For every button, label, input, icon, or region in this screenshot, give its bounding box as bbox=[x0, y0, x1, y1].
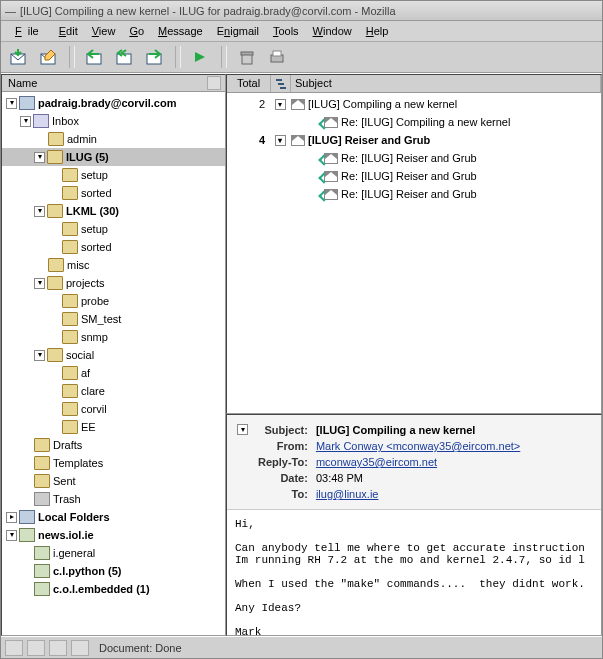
local-folders-row[interactable]: ▸Local Folders bbox=[2, 508, 225, 526]
thread-row[interactable]: 2▾[ILUG] Compiling a new kernel bbox=[227, 95, 601, 113]
thread-row[interactable]: Re: [ILUG] Reiser and Grub bbox=[227, 167, 601, 185]
twisty-icon[interactable]: ▾ bbox=[34, 350, 45, 361]
folder-misc[interactable]: misc bbox=[2, 256, 225, 274]
print-button[interactable] bbox=[265, 46, 289, 68]
sent-row[interactable]: Sent bbox=[2, 472, 225, 490]
twisty-icon[interactable]: ▾ bbox=[6, 98, 17, 109]
folder-corvil[interactable]: corvil bbox=[2, 400, 225, 418]
thread-subject: Re: [ILUG] Reiser and Grub bbox=[341, 152, 477, 164]
titlebar-dash: — bbox=[5, 5, 16, 17]
header-replyto-link[interactable]: mconway35@eircom.net bbox=[316, 456, 437, 468]
trash-row[interactable]: Trash bbox=[2, 490, 225, 508]
reply-all-button[interactable] bbox=[113, 46, 137, 68]
twisty-icon[interactable]: ▾ bbox=[20, 116, 31, 127]
drafts-row[interactable]: Drafts bbox=[2, 436, 225, 454]
folder-ee[interactable]: EE bbox=[2, 418, 225, 436]
menu-enigmail[interactable]: Enigmail bbox=[211, 23, 265, 39]
message-pane: ▾ Subject: [ILUG] Compiling a new kernel… bbox=[226, 414, 602, 636]
twisty-icon[interactable]: ▾ bbox=[34, 152, 45, 163]
thread-row[interactable]: 4▾[ILUG] Reiser and Grub bbox=[227, 131, 601, 149]
column-thread-icon[interactable] bbox=[271, 75, 291, 92]
inbox-row[interactable]: ▾Inbox bbox=[2, 112, 225, 130]
folder-sorted2[interactable]: sorted bbox=[2, 238, 225, 256]
status-compose-icon[interactable] bbox=[49, 640, 67, 656]
header-label-subject: Subject: bbox=[258, 423, 314, 437]
status-address-icon[interactable] bbox=[71, 640, 89, 656]
folder-ilug[interactable]: ▾ILUG (5) bbox=[2, 148, 225, 166]
thread-row[interactable]: Re: [ILUG] Reiser and Grub bbox=[227, 149, 601, 167]
menu-go[interactable]: Go bbox=[123, 23, 150, 39]
thread-row[interactable]: Re: [ILUG] Compiling a new kernel bbox=[227, 113, 601, 131]
folder-icon bbox=[62, 240, 78, 254]
folder-admin[interactable]: admin bbox=[2, 130, 225, 148]
folder-icon bbox=[47, 204, 63, 218]
twisty-icon[interactable]: ▾ bbox=[275, 99, 286, 110]
twisty-icon[interactable]: ▾ bbox=[34, 206, 45, 217]
forward-button[interactable] bbox=[143, 46, 167, 68]
folder-icon bbox=[62, 330, 78, 344]
thread-subject: Re: [ILUG] Reiser and Grub bbox=[341, 188, 477, 200]
folder-pane-header[interactable]: Name bbox=[2, 75, 225, 92]
message-body[interactable]: Hi, Can anybody tell me where to get acc… bbox=[227, 510, 601, 635]
folder-setup2[interactable]: setup bbox=[2, 220, 225, 238]
column-subject[interactable]: Subject bbox=[291, 75, 601, 92]
newsgroup-colembedded[interactable]: c.o.l.embedded (1) bbox=[2, 580, 225, 598]
mail-icon bbox=[291, 99, 305, 110]
folder-social[interactable]: ▾social bbox=[2, 346, 225, 364]
menu-view[interactable]: View bbox=[86, 23, 122, 39]
templates-row[interactable]: Templates bbox=[2, 454, 225, 472]
folder-smtest[interactable]: SM_test bbox=[2, 310, 225, 328]
menu-help[interactable]: Help bbox=[360, 23, 395, 39]
folder-sort-icon[interactable] bbox=[207, 76, 221, 90]
window-title: [ILUG] Compiling a new kernel - ILUG for… bbox=[20, 5, 396, 17]
folder-projects[interactable]: ▾projects bbox=[2, 274, 225, 292]
thread-header: Total Subject bbox=[227, 75, 601, 93]
delete-button[interactable] bbox=[235, 46, 259, 68]
menu-tools[interactable]: Tools bbox=[267, 23, 305, 39]
menu-window[interactable]: Window bbox=[307, 23, 358, 39]
get-mail-button[interactable] bbox=[7, 46, 31, 68]
thread-list[interactable]: 2▾[ILUG] Compiling a new kernelRe: [ILUG… bbox=[227, 93, 601, 413]
mail-icon bbox=[324, 153, 338, 164]
twisty-icon[interactable]: ▾ bbox=[34, 278, 45, 289]
next-button[interactable] bbox=[189, 46, 213, 68]
news-server-row[interactable]: ▾news.iol.ie bbox=[2, 526, 225, 544]
folder-setup[interactable]: setup bbox=[2, 166, 225, 184]
header-to-link[interactable]: ilug@linux.ie bbox=[316, 488, 379, 500]
thread-row[interactable]: Re: [ILUG] Reiser and Grub bbox=[227, 185, 601, 203]
newsgroup-igeneral[interactable]: i.general bbox=[2, 544, 225, 562]
local-icon bbox=[19, 510, 35, 524]
header-label-to: To: bbox=[258, 487, 314, 501]
column-total[interactable]: Total bbox=[227, 75, 271, 92]
window-titlebar: — [ILUG] Compiling a new kernel - ILUG f… bbox=[1, 1, 602, 21]
status-mozilla-icon[interactable] bbox=[5, 640, 23, 656]
folder-icon bbox=[62, 312, 78, 326]
folder-af[interactable]: af bbox=[2, 364, 225, 382]
folder-clare[interactable]: clare bbox=[2, 382, 225, 400]
header-date: 03:48 PM bbox=[316, 471, 520, 485]
folder-sorted[interactable]: sorted bbox=[2, 184, 225, 202]
reply-button[interactable] bbox=[83, 46, 107, 68]
twisty-icon[interactable]: ▾ bbox=[275, 135, 286, 146]
header-twisty-icon[interactable]: ▾ bbox=[237, 424, 248, 435]
menu-message[interactable]: Message bbox=[152, 23, 209, 39]
header-from-link[interactable]: Mark Conway <mconway35@eircom.net> bbox=[316, 440, 520, 452]
status-mail-icon[interactable] bbox=[27, 640, 45, 656]
folder-lkml[interactable]: ▾LKML (30) bbox=[2, 202, 225, 220]
folder-tree[interactable]: ▾padraig.brady@corvil.com ▾Inbox admin ▾… bbox=[2, 92, 225, 635]
twisty-icon[interactable]: ▾ bbox=[6, 530, 17, 541]
folder-snmp[interactable]: snmp bbox=[2, 328, 225, 346]
compose-button[interactable] bbox=[37, 46, 61, 68]
folder-icon bbox=[62, 186, 78, 200]
menu-edit[interactable]: Edit bbox=[53, 23, 84, 39]
twisty-icon[interactable]: ▸ bbox=[6, 512, 17, 523]
account-row[interactable]: ▾padraig.brady@corvil.com bbox=[2, 94, 225, 112]
status-text: Document: Done bbox=[99, 642, 182, 654]
folder-probe[interactable]: probe bbox=[2, 292, 225, 310]
mail-icon bbox=[324, 189, 338, 200]
statusbar: Document: Done bbox=[1, 636, 602, 658]
thread-subject: [ILUG] Reiser and Grub bbox=[308, 134, 430, 146]
menu-file[interactable]: File bbox=[9, 23, 51, 39]
newsgroup-clpython[interactable]: c.l.python (5) bbox=[2, 562, 225, 580]
svg-rect-8 bbox=[273, 51, 281, 56]
